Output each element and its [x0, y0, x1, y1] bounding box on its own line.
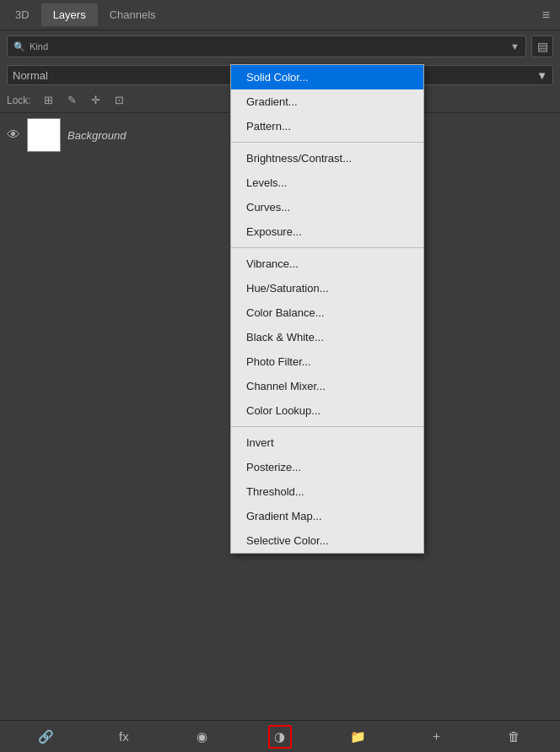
panel-menu-icon[interactable]: ≡: [536, 8, 557, 23]
add-mask-button[interactable]: ◉: [190, 725, 213, 749]
menu-item-posterize[interactable]: Posterize...: [231, 455, 423, 479]
menu-divider-3: [231, 426, 423, 427]
lock-all-icon[interactable]: ⊡: [112, 93, 127, 108]
new-layer-button[interactable]: ＋: [424, 725, 448, 749]
menu-item-pattern[interactable]: Pattern...: [231, 114, 423, 138]
menu-item-black-white[interactable]: Black & White...: [231, 325, 423, 349]
new-adjustment-layer-button[interactable]: ◑: [268, 725, 292, 749]
menu-item-gradient[interactable]: Gradient...: [231, 89, 423, 114]
new-layer-icon: ＋: [430, 728, 443, 744]
layer-name: Background: [67, 129, 126, 142]
menu-item-channel-mixer[interactable]: Channel Mixer...: [231, 374, 423, 398]
menu-item-hue-saturation[interactable]: Hue/Saturation...: [231, 276, 423, 300]
layer-visibility-icon[interactable]: 👁: [7, 127, 20, 143]
lock-label: Lock:: [7, 95, 31, 106]
menu-divider-1: [231, 142, 423, 143]
lock-move-icon[interactable]: ✛: [89, 93, 104, 108]
mask-icon: ◉: [197, 729, 207, 744]
tab-3d[interactable]: 3D: [3, 3, 41, 26]
tab-channels[interactable]: Channels: [98, 3, 168, 26]
adjustment-icon: ◑: [274, 729, 285, 744]
menu-item-vibrance[interactable]: Vibrance...: [231, 252, 423, 276]
kind-label: Kind: [30, 41, 48, 51]
menu-item-invert[interactable]: Invert: [231, 430, 423, 455]
search-row: 🔍 Kind ▼ ▤: [0, 30, 560, 62]
menu-item-selective-color[interactable]: Selective Color...: [231, 528, 423, 553]
delete-icon: 🗑: [508, 729, 520, 744]
menu-item-solid-color[interactable]: Solid Color...: [231, 65, 423, 89]
link-icon: 🔗: [38, 729, 54, 744]
fx-icon: fx: [119, 729, 129, 744]
delete-layer-button[interactable]: 🗑: [503, 725, 526, 749]
lock-pixels-icon[interactable]: ⊞: [41, 93, 57, 108]
kind-search-box[interactable]: 🔍 Kind ▼: [7, 35, 526, 57]
menu-item-gradient-map[interactable]: Gradient Map...: [231, 504, 423, 528]
adjustment-layer-dropdown: Solid Color... Gradient... Pattern... Br…: [230, 64, 424, 554]
tab-layers[interactable]: Layers: [41, 3, 98, 26]
menu-item-brightness-contrast[interactable]: Brightness/Contrast...: [231, 146, 423, 170]
group-icon: 📁: [350, 729, 366, 744]
menu-item-photo-filter[interactable]: Photo Filter...: [231, 349, 423, 374]
kind-chevron-icon: ▼: [510, 41, 520, 51]
menu-item-exposure[interactable]: Exposure...: [231, 219, 423, 244]
bottom-toolbar: 🔗 fx ◉ ◑ 📁 ＋ 🗑: [0, 720, 560, 752]
menu-item-levels[interactable]: Levels...: [231, 170, 423, 195]
layer-thumbnail: [27, 118, 61, 152]
tab-bar: 3D Layers Channels ≡: [0, 0, 560, 30]
menu-divider-2: [231, 247, 423, 248]
blend-mode-chevron-icon: ▼: [536, 69, 547, 82]
menu-item-threshold[interactable]: Threshold...: [231, 479, 423, 504]
menu-item-curves[interactable]: Curves...: [231, 195, 423, 219]
filter-icon-btn[interactable]: ▤: [531, 35, 553, 57]
link-layers-button[interactable]: 🔗: [34, 725, 57, 749]
menu-item-color-lookup[interactable]: Color Lookup...: [231, 398, 423, 423]
fx-button[interactable]: fx: [112, 725, 136, 749]
lock-paint-icon[interactable]: ✎: [65, 93, 80, 108]
menu-item-color-balance[interactable]: Color Balance...: [231, 300, 423, 325]
search-icon: 🔍: [13, 41, 25, 52]
new-group-button[interactable]: 📁: [347, 725, 370, 749]
blend-mode-value: Normal: [13, 69, 48, 82]
filter-icon: ▤: [537, 40, 548, 53]
